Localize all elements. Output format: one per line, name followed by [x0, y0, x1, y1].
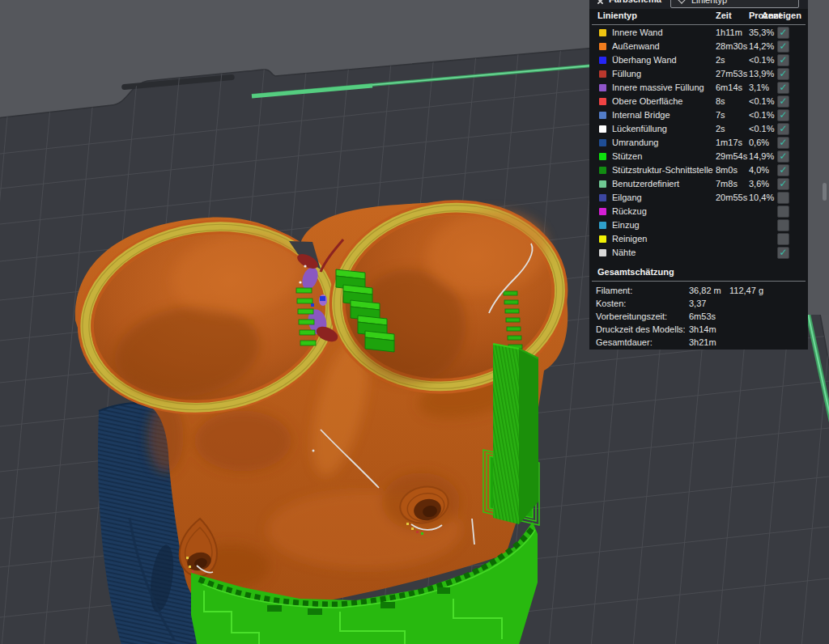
row-visibility-checkbox[interactable]: ✓ — [777, 27, 789, 39]
row-visibility-checkbox[interactable]: ✓ — [777, 109, 789, 121]
row-visibility-checkbox[interactable]: ✓ — [777, 178, 789, 190]
color-swatch — [599, 139, 606, 146]
totals-section: Filament: 36,82 m 112,47 g Kosten: 3,37 … — [589, 284, 808, 349]
totals-row: Gesamtdauer: 3h21m — [589, 336, 808, 349]
row-percent: 13,9% — [749, 69, 774, 78]
table-row: Überhang Wand 2s <0.1% ✓ — [589, 53, 808, 67]
row-time: 29m54s — [716, 151, 747, 161]
row-time: 7s — [716, 110, 725, 120]
row-label: Innere Wand — [612, 28, 663, 37]
row-visibility-checkbox[interactable] — [777, 192, 789, 204]
row-time: 20m55s — [716, 193, 747, 202]
color-swatch — [599, 125, 606, 133]
color-scheme-bar: Farbschema Linientyp — [589, 0, 808, 9]
row-visibility-checkbox[interactable]: ✓ — [777, 164, 789, 176]
header-linetype: Linientyp — [597, 11, 637, 20]
row-visibility-checkbox[interactable]: ✓ — [777, 247, 789, 259]
row-percent: 35,3% — [749, 28, 774, 37]
row-visibility-checkbox[interactable]: ✓ — [777, 82, 789, 94]
table-row: Außenwand 28m30s 14,2% ✓ — [589, 40, 808, 53]
total-label: Druckzeit des Modells: — [596, 324, 686, 334]
row-time: 27m53s — [716, 69, 747, 78]
color-swatch — [599, 167, 606, 174]
table-row: Innere massive Füllung 6m14s 3,1% ✓ — [589, 81, 808, 95]
row-label: Einzug — [612, 220, 640, 230]
color-swatch — [599, 84, 606, 91]
row-label: Überhang Wand — [612, 55, 677, 65]
row-time: 6m14s — [716, 83, 742, 92]
row-visibility-checkbox[interactable] — [777, 233, 789, 245]
row-time: 1m17s — [716, 138, 742, 147]
color-scheme-dropdown[interactable]: Linientyp — [670, 0, 799, 8]
total-value: 36,82 m — [689, 286, 721, 295]
totals-row: Druckzeit des Modells: 3h14m — [589, 323, 808, 336]
row-time: 8m0s — [716, 165, 738, 175]
row-percent: 14,2% — [749, 41, 774, 51]
row-percent: <0.1% — [749, 96, 775, 106]
table-row: Rückzug — [589, 205, 808, 218]
table-row: Füllung 27m53s 13,9% ✓ — [589, 67, 808, 81]
row-visibility-checkbox[interactable] — [777, 219, 789, 231]
table-row: Stützstruktur-Schnittstelle 8m0s 4,0% ✓ — [589, 163, 808, 177]
row-label: Innere massive Füllung — [612, 83, 704, 92]
row-visibility-checkbox[interactable]: ✓ — [777, 150, 789, 163]
header-show: Anzeigen — [762, 11, 801, 20]
row-time: 28m30s — [716, 41, 747, 51]
line-type-panel: Farbschema Linientyp Linientyp Zeit Proz… — [589, 0, 808, 350]
row-visibility-checkbox[interactable]: ✓ — [777, 40, 789, 53]
total-value: 6m53s — [689, 311, 716, 321]
row-label: Stützstruktur-Schnittstelle — [612, 165, 713, 175]
table-row: Reinigen — [589, 232, 808, 246]
color-swatch — [599, 249, 606, 256]
table-row: Nähte ✓ — [589, 246, 808, 260]
totals-title: Gesamtschätzung — [597, 267, 674, 277]
color-swatch — [599, 43, 606, 50]
row-visibility-checkbox[interactable]: ✓ — [777, 137, 789, 149]
total-label: Vorbereitungszeit: — [596, 311, 667, 321]
row-percent: 14,9% — [749, 151, 774, 161]
row-time: 1h11m — [716, 28, 742, 37]
total-label: Filament: — [596, 286, 632, 295]
total-value: 3,37 — [689, 299, 706, 308]
panel-scrollbar-thumb[interactable] — [823, 183, 827, 201]
row-time: 7m8s — [716, 179, 738, 189]
row-visibility-checkbox[interactable] — [777, 205, 789, 218]
dropdown-value: Linientyp — [691, 0, 727, 5]
color-swatch — [599, 153, 606, 160]
table-row: Einzug — [589, 218, 808, 232]
table-row: Benutzerdefiniert 7m8s 3,6% ✓ — [589, 177, 808, 191]
color-swatch — [599, 235, 606, 243]
row-visibility-checkbox[interactable]: ✓ — [777, 68, 789, 80]
row-visibility-checkbox[interactable]: ✓ — [777, 54, 789, 66]
color-swatch — [599, 194, 606, 201]
table-row: Obere Oberfläche 8s <0.1% ✓ — [589, 95, 808, 108]
row-label: Internal Bridge — [612, 110, 670, 120]
row-time: 2s — [716, 55, 725, 65]
row-visibility-checkbox[interactable]: ✓ — [777, 123, 789, 135]
row-visibility-checkbox[interactable]: ✓ — [777, 95, 789, 108]
slicer-preview-window: Farbschema Linientyp Linientyp Zeit Proz… — [0, 0, 829, 644]
row-percent: 10,4% — [749, 193, 774, 202]
row-percent: <0.1% — [749, 124, 775, 133]
color-swatch — [599, 29, 606, 36]
table-row: Lückenfüllung 2s <0.1% ✓ — [589, 122, 808, 136]
row-label: Obere Oberfläche — [612, 96, 682, 106]
color-scheme-label: Farbschema — [609, 0, 661, 4]
row-label: Benutzerdefiniert — [612, 179, 679, 189]
row-percent: <0.1% — [749, 55, 775, 65]
table-row: Stützen 29m54s 14,9% ✓ — [589, 150, 808, 163]
color-swatch — [599, 208, 606, 215]
row-percent: 3,6% — [749, 179, 769, 189]
row-label: Außenwand — [612, 41, 660, 51]
total-label: Kosten: — [596, 299, 626, 308]
panel-scrollbar-track[interactable] — [808, 0, 829, 315]
row-time: 2s — [716, 124, 725, 133]
row-label: Lückenfüllung — [612, 124, 667, 133]
total-value-2: 112,47 g — [729, 286, 763, 295]
totals-separator — [592, 281, 806, 282]
color-swatch — [599, 57, 606, 64]
color-swatch — [599, 112, 606, 119]
row-label: Umrandung — [612, 138, 658, 147]
row-label: Eilgang — [612, 193, 642, 202]
table-row: Internal Bridge 7s <0.1% ✓ — [589, 108, 808, 122]
